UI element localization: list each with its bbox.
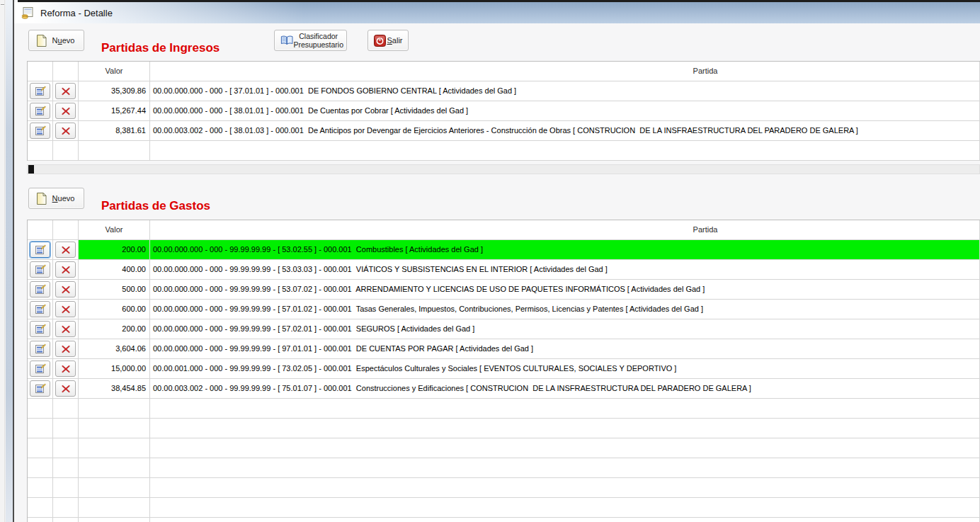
row-valor[interactable]: 500.00 [79,280,150,300]
edit-row-button[interactable] [30,341,50,357]
window-titlebar: Reforma - Detalle [14,2,980,23]
delete-row-button[interactable] [55,321,76,337]
row-valor[interactable]: 400.00 [79,260,150,280]
delete-row-button[interactable] [55,380,76,397]
table-row[interactable]: 500.00 00.00.000.000 - 000 - 99.99.99.99… [28,280,980,300]
table-row-empty[interactable] [28,419,980,438]
row-valor[interactable]: 200.00 [79,319,150,339]
row-valor[interactable]: 3,604.06 [79,339,150,359]
edit-row-button[interactable] [30,83,50,99]
edit-icon [35,125,46,137]
table-row[interactable]: 600.00 00.00.000.000 - 000 - 99.99.99.99… [28,300,980,319]
empty-cell [79,141,150,161]
table-row[interactable]: 400.00 00.00.000.000 - 000 - 99.99.99.99… [28,260,980,280]
edit-row-button[interactable] [30,281,50,297]
row-valor[interactable]: 35,309.86 [79,81,150,101]
edit-row-button[interactable] [30,242,50,258]
delete-row-button[interactable] [55,123,76,139]
nuevo-gasto-button[interactable]: Nuevo [28,188,84,209]
delete-row-button[interactable] [55,83,76,99]
salir-button[interactable]: Salir [368,30,409,51]
empty-cell [79,478,150,498]
row-partida[interactable]: 00.00.000.000 - 000 - 99.99.99.99 - [ 57… [150,300,980,319]
row-valor[interactable]: 200.00 [79,240,150,260]
edit-row-button[interactable] [30,321,50,337]
row-partida[interactable]: 00.00.003.002 - 000 - [ 38.01.03 ] - 000… [150,121,980,141]
empty-cell [53,498,79,518]
delete-icon [61,245,71,255]
table-row-empty[interactable] [28,141,980,161]
row-partida[interactable]: 00.00.000.000 - 000 - 99.99.99.99 - [ 97… [150,339,980,359]
empty-cell [53,438,79,458]
row-partida[interactable]: 00.00.000.000 - 000 - 99.99.99.99 - [ 53… [150,280,980,300]
row-partida[interactable]: 00.00.000.000 - 000 - [ 37.01.01 ] - 000… [150,81,980,101]
delete-row-button[interactable] [55,361,76,377]
table-row-empty[interactable] [28,458,980,478]
table-row-empty[interactable] [28,438,980,458]
table-row-empty[interactable] [28,518,980,522]
row-valor[interactable]: 600.00 [79,300,150,319]
row-partida[interactable]: 00.00.001.000 - 000 - 99.99.99.99 - [ 73… [150,359,980,379]
row-valor[interactable]: 38,454.85 [79,379,150,399]
new-document-icon [35,34,47,47]
row-partida[interactable]: 00.00.000.000 - 000 - 99.99.99.99 - [ 53… [150,260,980,280]
empty-cell [79,399,150,419]
column-header-valor[interactable]: Valor [79,62,150,81]
column-header-partida[interactable]: Partida [150,62,980,81]
table-row[interactable]: 200.00 00.00.000.000 - 000 - 99.99.99.99… [28,319,980,339]
table-row-empty[interactable] [28,478,980,498]
delete-row-button[interactable] [55,301,76,317]
edit-icon [35,284,46,295]
window-title: Reforma - Detalle [40,8,113,18]
delete-row-button[interactable] [55,341,76,357]
header-edit-column [28,62,53,81]
edit-icon [35,86,46,97]
row-partida[interactable]: 00.00.000.000 - 000 - 99.99.99.99 - [ 53… [150,240,980,260]
edit-row-button[interactable] [30,123,50,139]
row-valor[interactable]: 8,381.61 [79,121,150,141]
delete-icon [61,324,71,334]
row-edit-cell [28,300,53,319]
empty-cell [53,518,79,522]
nuevo-ingreso-button[interactable]: Nuevo [28,30,84,51]
row-partida[interactable]: 00.00.003.002 - 000 - 99.99.99.99 - [ 75… [150,379,980,399]
empty-cell [28,399,53,419]
edit-row-button[interactable] [30,380,50,397]
edit-icon [35,106,46,117]
clasificador-button-label: Clasificador Presupuestario [293,32,343,49]
empty-cell [150,438,980,458]
table-row[interactable]: 38,454.85 00.00.003.002 - 000 - 99.99.99… [28,379,980,399]
splitter-handle[interactable] [1,4,4,6]
row-partida[interactable]: 00.00.000.000 - 000 - [ 38.01.01 ] - 000… [150,101,980,121]
empty-cell [150,518,980,522]
table-row-empty[interactable] [28,399,980,419]
outer-panel-strip [0,0,5,522]
empty-cell [28,141,53,161]
delete-row-button[interactable] [55,103,76,119]
scrollbar-thumb[interactable] [28,165,34,174]
delete-icon [61,265,71,275]
clasificador-presupuestario-button[interactable]: Clasificador Presupuestario [274,30,347,51]
table-row[interactable]: 200.00 00.00.000.000 - 000 - 99.99.99.99… [28,240,980,260]
delete-row-button[interactable] [55,261,76,278]
table-row[interactable]: 3,604.06 00.00.000.000 - 000 - 99.99.99.… [28,339,980,359]
table-row[interactable]: 15,267.44 00.00.000.000 - 000 - [ 38.01.… [28,101,980,121]
row-valor[interactable]: 15,000.00 [79,359,150,379]
column-header-partida[interactable]: Partida [150,220,980,240]
edit-row-button[interactable] [30,103,50,119]
column-header-valor[interactable]: Valor [79,220,150,240]
salir-button-label: Salir [386,36,404,45]
table-row[interactable]: 15,000.00 00.00.001.000 - 000 - 99.99.99… [28,359,980,379]
delete-row-button[interactable] [55,281,76,297]
horizontal-scrollbar[interactable] [27,164,980,174]
row-valor[interactable]: 15,267.44 [79,101,150,121]
edit-row-button[interactable] [30,361,50,377]
table-row[interactable]: 8,381.61 00.00.003.002 - 000 - [ 38.01.0… [28,121,980,141]
table-row[interactable]: 35,309.86 00.00.000.000 - 000 - [ 37.01.… [28,81,980,101]
empty-cell [79,498,150,518]
table-row-empty[interactable] [28,498,980,518]
delete-row-button[interactable] [55,242,76,258]
edit-row-button[interactable] [30,301,50,317]
row-partida[interactable]: 00.00.000.000 - 000 - 99.99.99.99 - [ 57… [150,319,980,339]
edit-row-button[interactable] [30,261,50,278]
